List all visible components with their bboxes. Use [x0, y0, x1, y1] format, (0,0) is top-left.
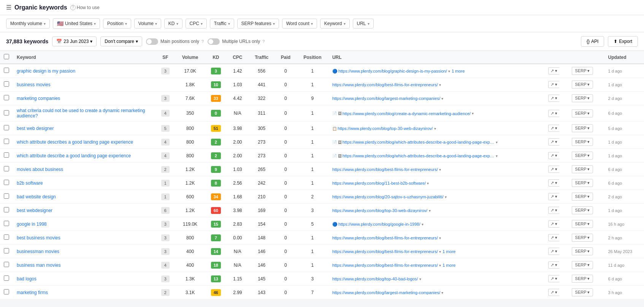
multiple-urls-help-icon[interactable]: ? — [262, 39, 265, 44]
date-picker-button[interactable]: 📅 23 Jun 2023 ▾ — [52, 36, 97, 46]
serp-button[interactable]: SERP ▾ — [572, 288, 593, 296]
url-chevron[interactable]: ▾ — [439, 83, 441, 87]
url-link[interactable]: https://www.plerdy.com/blog/top-40-bad-l… — [332, 277, 418, 281]
serp-button[interactable]: SERP ▾ — [572, 138, 593, 146]
trend-chart-button[interactable]: ↗ ▾ — [548, 152, 559, 159]
url-link[interactable]: https://www.plerdy.com/blog/best-films-f… — [332, 249, 438, 254]
trend-chart-button[interactable]: ↗ ▾ — [548, 67, 559, 74]
trend-chart-button[interactable]: ↗ ▾ — [548, 193, 559, 200]
url-link[interactable]: https://www.plerdy.com/blog/best-films-f… — [332, 263, 438, 267]
url-link[interactable]: https://www.plerdy.com/blog/largest-mark… — [332, 290, 440, 295]
url-chevron[interactable]: ▾ — [496, 154, 498, 158]
trend-chart-button[interactable]: ↗ ▾ — [548, 234, 559, 241]
keyword-link[interactable]: business man movies — [17, 263, 60, 268]
col-updated[interactable]: Updated — [604, 51, 644, 64]
url-link[interactable]: https://www.plerdy.com/blog/best-films-f… — [332, 82, 438, 87]
filter-kd[interactable]: KD ▾ — [164, 19, 182, 28]
url-chevron[interactable]: ▾ — [439, 236, 441, 240]
trend-chart-button[interactable]: ↗ ▾ — [548, 261, 559, 269]
keyword-link[interactable]: bad logos — [17, 276, 36, 282]
filter-monthly-volume[interactable]: Monthly volume ▾ — [6, 19, 50, 28]
serp-button[interactable]: SERP ▾ — [572, 165, 593, 173]
row-checkbox[interactable] — [4, 152, 9, 158]
more-urls-link[interactable]: 1 more — [443, 263, 455, 267]
trend-chart-button[interactable]: ↗ ▾ — [548, 81, 559, 88]
serp-button[interactable]: SERP ▾ — [572, 234, 593, 242]
col-traffic[interactable]: Traffic — [248, 51, 275, 64]
filter-cpc[interactable]: CPC ▾ — [186, 19, 207, 28]
url-link[interactable]: https://www.plerdy.com/blog/best-films-f… — [332, 167, 438, 172]
row-checkbox[interactable] — [4, 207, 9, 212]
col-kd[interactable]: KD — [205, 51, 227, 64]
hamburger-icon[interactable]: ☰ — [6, 4, 11, 11]
serp-button[interactable]: SERP ▾ — [572, 206, 593, 214]
multiple-urls-toggle[interactable] — [208, 38, 220, 45]
url-chevron[interactable]: ▾ — [427, 181, 429, 185]
row-checkbox[interactable] — [4, 81, 9, 87]
keyword-link[interactable]: businessman movies — [17, 249, 59, 254]
url-chevron[interactable]: ▾ — [439, 263, 441, 267]
row-checkbox[interactable] — [4, 180, 9, 185]
keyword-link[interactable]: marketing firms — [17, 290, 48, 295]
how-to-use-link[interactable]: ? How to use — [70, 5, 100, 10]
keyword-link[interactable]: marketing companies — [17, 96, 60, 101]
row-checkbox[interactable] — [4, 248, 9, 253]
url-chevron[interactable]: ▾ — [439, 250, 441, 254]
main-positions-help-icon[interactable]: ? — [201, 39, 204, 44]
serp-button[interactable]: SERP ▾ — [572, 261, 593, 269]
url-link[interactable]: https://www.plerdy.com/blog/11-best-b2b-… — [332, 181, 426, 185]
serp-button[interactable]: SERP ▾ — [572, 109, 593, 117]
keyword-link[interactable]: google in 1998 — [17, 222, 47, 227]
serp-button[interactable]: SERP ▾ — [572, 152, 593, 160]
url-chevron[interactable]: ▾ — [419, 277, 421, 281]
url-chevron[interactable]: ▾ — [434, 127, 436, 131]
row-checkbox[interactable] — [4, 95, 9, 100]
export-button[interactable]: ⬆ Export — [608, 36, 638, 47]
trend-chart-button[interactable]: ↗ ▾ — [548, 289, 559, 296]
filter-volume[interactable]: Volume ▾ — [134, 19, 161, 28]
keyword-link[interactable]: which attribute describes a good landing… — [17, 139, 133, 145]
keyword-link[interactable]: what criteria could not be used to creat… — [17, 108, 145, 119]
select-all-checkbox[interactable] — [4, 54, 9, 59]
filter-serp-features[interactable]: SERP features ▾ — [237, 19, 279, 28]
keyword-link[interactable]: best webdesigner — [17, 208, 52, 213]
serp-button[interactable]: SERP ▾ — [572, 67, 593, 75]
serp-button[interactable]: SERP ▾ — [572, 247, 593, 255]
keyword-link[interactable]: b2b software — [17, 180, 43, 186]
url-link[interactable]: https://www.plerdy.com/blog/google-in-19… — [338, 222, 420, 226]
col-cpc[interactable]: CPC — [227, 51, 249, 64]
row-checkbox[interactable] — [4, 166, 9, 171]
trend-chart-button[interactable]: ↗ ▾ — [548, 110, 559, 117]
url-link[interactable]: https://www.plerdy.com/blog/which-attrib… — [343, 140, 495, 144]
url-chevron[interactable]: ▾ — [445, 195, 447, 199]
row-checkbox[interactable] — [4, 262, 9, 267]
more-urls-link[interactable]: 1 more — [443, 249, 455, 254]
trend-chart-button[interactable]: ↗ ▾ — [548, 95, 559, 102]
keyword-link[interactable]: business movies — [17, 82, 51, 87]
row-checkbox[interactable] — [4, 234, 9, 240]
filter-keyword[interactable]: Keyword ▾ — [320, 19, 350, 28]
url-link[interactable]: https://www.plerdy.com/blog/top-30-web-d… — [332, 208, 427, 213]
keyword-link[interactable]: which attribute describe a good landing … — [17, 153, 131, 158]
filter-word-count[interactable]: Word count ▾ — [282, 19, 317, 28]
keyword-link[interactable]: graphic design is my passion — [17, 68, 75, 74]
trend-chart-button[interactable]: ↗ ▾ — [548, 220, 559, 228]
url-chevron[interactable]: ▾ — [422, 222, 424, 226]
api-button[interactable]: {} API — [581, 36, 604, 47]
trend-chart-button[interactable]: ↗ ▾ — [548, 275, 559, 282]
filter-url[interactable]: URL ▾ — [353, 19, 374, 28]
more-urls-link[interactable]: 1 more — [452, 69, 465, 73]
trend-chart-button[interactable]: ↗ ▾ — [548, 138, 559, 146]
keyword-link[interactable]: movies about business — [17, 167, 63, 172]
row-checkbox[interactable] — [4, 289, 9, 294]
trend-chart-button[interactable]: ↗ ▾ — [548, 248, 559, 255]
col-keyword[interactable]: Keyword — [13, 51, 155, 64]
serp-button[interactable]: SERP ▾ — [572, 94, 593, 102]
row-checkbox[interactable] — [4, 275, 9, 281]
url-chevron[interactable]: ▾ — [441, 97, 443, 101]
url-link[interactable]: https://www.plerdy.com/blog/top-30-web-d… — [338, 126, 433, 131]
row-checkbox[interactable] — [4, 110, 9, 116]
url-link[interactable]: https://www.plerdy.com/blog/which-attrib… — [343, 154, 495, 158]
col-sf[interactable]: SF — [155, 51, 175, 64]
keyword-link[interactable]: best web designer — [17, 126, 54, 131]
